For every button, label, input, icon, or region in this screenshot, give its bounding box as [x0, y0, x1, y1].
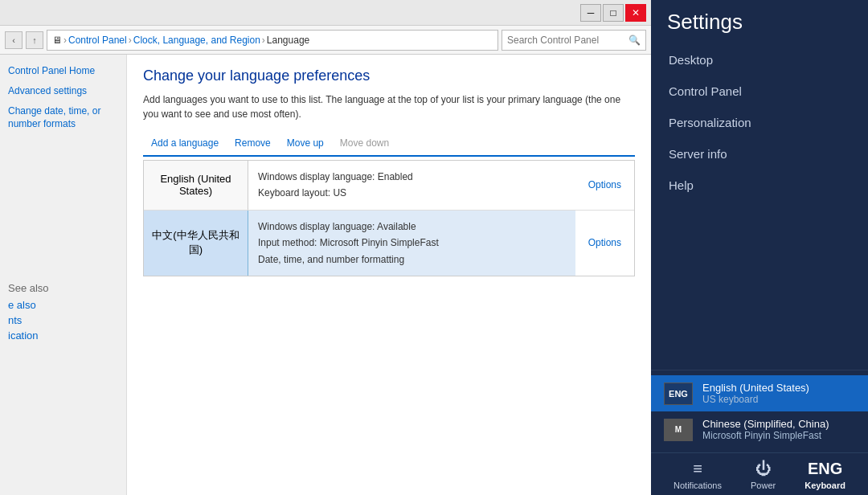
notifications-label: Notifications	[674, 481, 722, 490]
see-also-link-3[interactable]: ication	[8, 329, 118, 342]
search-input[interactable]	[507, 35, 628, 46]
language-options-chinese: Options	[575, 211, 634, 276]
lang-option-chinese[interactable]: M Chinese (Simplified, China) Microsoft …	[651, 411, 868, 448]
keyboard-value: ENG	[808, 460, 842, 478]
remove-button[interactable]: Remove	[227, 134, 279, 152]
notifications-button[interactable]: ≡ Notifications	[674, 460, 722, 490]
breadcrumb: 🖥 › Control Panel › Clock, Language, and…	[47, 30, 498, 51]
language-toolbar: Add a language Remove Move up Move down	[143, 134, 635, 157]
eng-name: English (United States)	[702, 382, 855, 394]
language-details-english: Windows display language: Enabled Keyboa…	[248, 161, 575, 210]
chi-info: Chinese (Simplified, China) Microsoft Pi…	[702, 418, 855, 441]
close-button[interactable]: ✕	[625, 4, 646, 22]
language-options-english: Options	[575, 161, 634, 210]
eng-sub: US keyboard	[702, 394, 855, 405]
keyboard-label: Keyboard	[805, 481, 845, 490]
sidebar-advanced-settings[interactable]: Advanced settings	[8, 84, 118, 98]
breadcrumb-language: Language	[267, 35, 309, 46]
minimize-button[interactable]: ─	[580, 4, 601, 22]
maximize-button[interactable]: □	[603, 4, 624, 22]
page-title: Change your language preferences	[143, 68, 635, 84]
sidebar-cp-home[interactable]: Control Panel Home	[8, 64, 118, 78]
chi-name: Chinese (Simplified, China)	[702, 418, 855, 430]
move-up-button[interactable]: Move up	[279, 134, 332, 152]
sidebar: Control Panel Home Advanced settings Cha…	[0, 55, 127, 495]
lang-option-english[interactable]: ENG English (United States) US keyboard	[651, 375, 868, 411]
content-area: Change your language preferences Add lan…	[127, 55, 651, 495]
add-language-button[interactable]: Add a language	[143, 134, 227, 152]
see-also-title: See also	[8, 282, 118, 294]
language-name-english: English (United States)	[144, 161, 248, 210]
back-button[interactable]: ‹	[5, 31, 23, 49]
settings-server-info[interactable]: Server info	[651, 138, 868, 170]
lang-detail-keyboard: Keyboard layout: US	[258, 185, 566, 201]
lang-detail-display-chi: Windows display language: Available	[258, 219, 566, 235]
sidebar-change-date[interactable]: Change date, time, or number formats	[8, 104, 118, 132]
settings-menu: Desktop Control Panel Personalization Se…	[651, 41, 868, 370]
language-item-english[interactable]: English (United States) Windows display …	[144, 161, 634, 211]
eng-info: English (United States) US keyboard	[702, 382, 855, 405]
lang-detail-display: Windows display language: Enabled	[258, 169, 566, 185]
title-bar: ─ □ ✕	[0, 0, 651, 26]
breadcrumb-clock[interactable]: Clock, Language, and Region	[133, 35, 260, 46]
chi-flag: M	[664, 419, 693, 441]
chinese-options-link[interactable]: Options	[588, 237, 621, 248]
language-item-chinese[interactable]: 中文(中华人民共和国) Windows display language: Av…	[144, 211, 634, 276]
address-bar: ‹ ↑ 🖥 › Control Panel › Clock, Language,…	[0, 26, 651, 55]
settings-desktop[interactable]: Desktop	[651, 44, 868, 76]
settings-help[interactable]: Help	[651, 170, 868, 201]
up-button[interactable]: ↑	[26, 31, 43, 49]
see-also-link-2[interactable]: nts	[8, 314, 118, 326]
power-icon: ⏻	[755, 460, 772, 478]
move-down-button[interactable]: Move down	[332, 134, 397, 152]
search-box[interactable]: 🔍	[502, 30, 646, 51]
english-options-link[interactable]: Options	[588, 179, 621, 190]
notifications-icon: ≡	[693, 460, 702, 478]
language-name-chinese: 中文(中华人民共和国)	[144, 211, 248, 276]
settings-control-panel[interactable]: Control Panel	[651, 76, 868, 107]
language-list: English (United States) Windows display …	[143, 160, 635, 276]
breadcrumb-icon: 🖥	[52, 35, 62, 46]
settings-personalization[interactable]: Personalization	[651, 107, 868, 138]
chi-sub: Microsoft Pinyin SimpleFast	[702, 430, 855, 441]
language-switcher: ENG English (United States) US keyboard …	[651, 370, 868, 452]
breadcrumb-control-panel[interactable]: Control Panel	[68, 35, 127, 46]
keyboard-button[interactable]: ENG Keyboard	[805, 460, 845, 490]
lang-detail-date: Date, time, and number formatting	[258, 252, 566, 268]
page-description: Add languages you want to use to this li…	[143, 92, 635, 121]
power-button[interactable]: ⏻ Power	[751, 460, 776, 490]
settings-panel: Settings Desktop Control Panel Personali…	[651, 0, 868, 495]
taskbar: ≡ Notifications ⏻ Power ENG Keyboard	[651, 452, 868, 495]
search-icon: 🔍	[628, 35, 641, 46]
eng-flag: ENG	[664, 382, 693, 405]
lang-detail-input: Input method: Microsoft Pinyin SimpleFas…	[258, 235, 566, 251]
language-details-chinese: Windows display language: Available Inpu…	[248, 211, 575, 276]
settings-title: Settings	[651, 0, 868, 41]
power-label: Power	[751, 481, 776, 490]
see-also-link-1[interactable]: e also	[8, 299, 118, 311]
language-options-list: ENG English (United States) US keyboard …	[651, 370, 868, 452]
